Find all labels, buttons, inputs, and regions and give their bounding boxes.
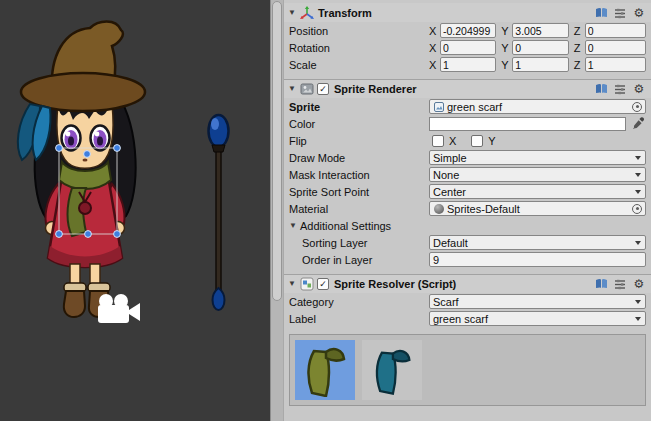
mask-interaction-value: None [433, 169, 459, 181]
eyedropper-icon[interactable] [630, 117, 646, 131]
sprite-asset-icon [433, 101, 444, 112]
position-y-field[interactable] [512, 23, 568, 38]
sprite-renderer-title: Sprite Renderer [334, 83, 417, 95]
sprite-sort-point-dropdown[interactable]: Center [429, 184, 646, 199]
gear-icon[interactable]: ⚙ [632, 278, 646, 291]
axis-y-label: Y [501, 42, 512, 54]
object-picker-icon[interactable] [632, 204, 642, 214]
presets-icon[interactable] [613, 83, 627, 96]
unity-editor-window: ▼ Transform ⚙ Position X Y Z Rotation X … [0, 0, 651, 421]
axis-z-label: Z [574, 59, 585, 71]
order-in-layer-row: Order in Layer [284, 251, 651, 268]
flip-y-label: Y [488, 135, 495, 147]
dropdown-arrow-icon [635, 156, 641, 160]
rotation-z-field[interactable] [585, 40, 646, 55]
scale-x-field[interactable] [440, 57, 496, 72]
character-sprite[interactable] [18, 22, 145, 318]
sprite-renderer-icon [299, 81, 315, 97]
position-row: Position X Y Z [284, 22, 651, 39]
dropdown-arrow-icon [635, 173, 641, 177]
order-in-layer-label: Order in Layer [289, 254, 429, 266]
sprite-variant-strip [289, 334, 646, 406]
scale-z-field[interactable] [585, 57, 646, 72]
position-x-field[interactable] [440, 23, 496, 38]
camera-gizmo-icon[interactable] [98, 294, 140, 323]
sorting-layer-dropdown[interactable]: Default [429, 235, 646, 250]
sprite-value: green scarf [447, 101, 502, 113]
scene-artwork [0, 0, 270, 421]
sprite-label: Sprite [289, 101, 429, 113]
enabled-checkbox[interactable]: ✓ [317, 83, 329, 95]
flip-x-label: X [449, 135, 456, 147]
rotation-x-field[interactable] [440, 40, 496, 55]
sprite-object-field[interactable]: green scarf [429, 99, 646, 114]
flip-x-toggle[interactable]: X [429, 135, 456, 147]
sprite-resolver-title: Sprite Resolver (Script) [334, 278, 456, 290]
flip-y-toggle[interactable]: Y [468, 135, 495, 147]
dropdown-arrow-icon [635, 317, 641, 321]
presets-icon[interactable] [613, 278, 627, 291]
mask-interaction-dropdown[interactable]: None [429, 167, 646, 182]
sprite-renderer-header[interactable]: ▼ ✓ Sprite Renderer ⚙ [284, 79, 651, 98]
draw-mode-row: Draw Mode Simple [284, 149, 651, 166]
transform-header[interactable]: ▼ Transform ⚙ [284, 3, 651, 22]
axis-y-label: Y [501, 25, 512, 37]
sorting-layer-row: Sorting Layer Default [284, 234, 651, 251]
draw-mode-label: Draw Mode [289, 152, 429, 164]
axis-z-label: Z [574, 42, 585, 54]
material-sphere-icon [433, 203, 444, 214]
material-object-field[interactable]: Sprites-Default [429, 201, 646, 216]
sprite-thumbnail-teal-scarf[interactable] [362, 340, 422, 400]
presets-icon[interactable] [613, 6, 627, 19]
label-label: Label [289, 313, 429, 325]
foldout-icon[interactable]: ▼ [289, 222, 300, 230]
label-dropdown[interactable]: green scarf [429, 311, 646, 326]
material-value: Sprites-Default [447, 203, 520, 215]
material-label: Material [289, 203, 429, 215]
transform-title: Transform [318, 7, 372, 19]
order-in-layer-field[interactable] [429, 252, 646, 267]
scale-y-field[interactable] [512, 57, 568, 72]
foldout-icon[interactable]: ▼ [288, 85, 299, 93]
sprite-thumbnail-green-scarf[interactable] [295, 340, 355, 400]
enabled-checkbox[interactable]: ✓ [317, 278, 329, 290]
flip-y-checkbox[interactable] [471, 135, 483, 147]
sprite-sort-point-value: Center [433, 186, 466, 198]
dropdown-arrow-icon [635, 300, 641, 304]
position-z-field[interactable] [585, 23, 646, 38]
category-value: Scarf [433, 296, 459, 308]
category-row: Category Scarf [284, 293, 651, 310]
foldout-icon[interactable]: ▼ [288, 280, 299, 288]
transform-icon [299, 5, 315, 21]
teal-scarf-icon [371, 344, 413, 396]
additional-settings-row[interactable]: ▼ Additional Settings [284, 217, 651, 234]
label-row: Label green scarf [284, 310, 651, 327]
sprite-resolver-header[interactable]: ▼ ✓ Sprite Resolver (Script) ⚙ [284, 274, 651, 293]
axis-x-label: X [429, 25, 440, 37]
help-icon[interactable] [594, 83, 608, 96]
object-picker-icon[interactable] [632, 102, 642, 112]
additional-settings-label: Additional Settings [300, 220, 391, 232]
inspector-scrollbar[interactable] [270, 0, 284, 421]
scale-row: Scale X Y Z [284, 56, 651, 73]
sprite-sort-point-row: Sprite Sort Point Center [284, 183, 651, 200]
category-dropdown[interactable]: Scarf [429, 294, 646, 309]
material-row: Material Sprites-Default [284, 200, 651, 217]
draw-mode-dropdown[interactable]: Simple [429, 150, 646, 165]
position-label: Position [289, 25, 429, 37]
help-icon[interactable] [594, 278, 608, 291]
foldout-icon[interactable]: ▼ [288, 9, 299, 17]
gear-icon[interactable]: ⚙ [632, 6, 646, 19]
draw-mode-value: Simple [433, 152, 467, 164]
help-icon[interactable] [594, 6, 608, 19]
axis-x-label: X [429, 42, 440, 54]
color-swatch[interactable] [429, 117, 626, 131]
sprite-resolver-icon [299, 276, 315, 292]
scrollbar-thumb[interactable] [272, 1, 282, 301]
staff-sprite[interactable] [209, 115, 229, 310]
rotation-y-field[interactable] [512, 40, 568, 55]
gear-icon[interactable]: ⚙ [632, 83, 646, 96]
flip-x-checkbox[interactable] [432, 135, 444, 147]
scene-view[interactable] [0, 0, 270, 421]
flip-row: Flip X Y [284, 132, 651, 149]
